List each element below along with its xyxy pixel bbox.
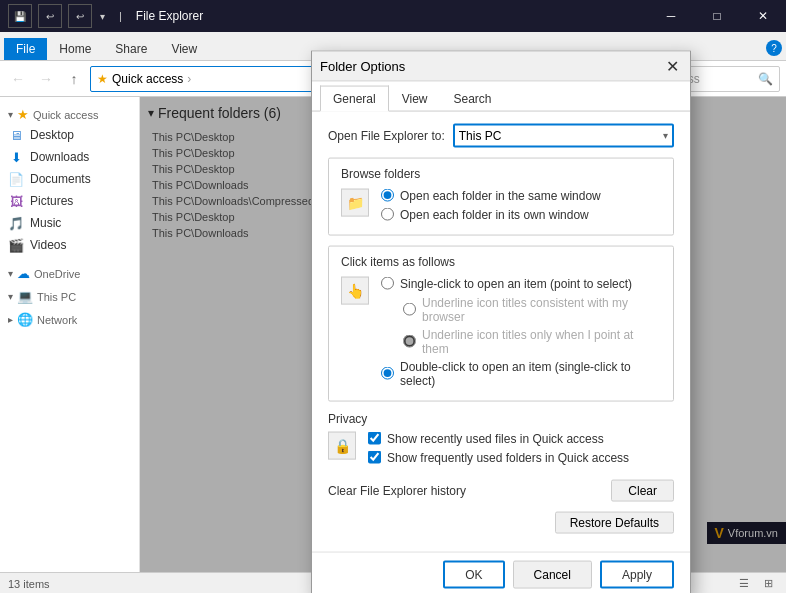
click-option-2-row: Double-click to open an item (single-cli…: [381, 359, 661, 387]
privacy-title: Privacy: [328, 411, 674, 425]
document-icon: 📄: [8, 172, 24, 187]
sidebar-section-thispc[interactable]: ▾ 💻 This PC: [0, 283, 139, 306]
sidebar-item-desktop[interactable]: 🖥 Desktop: [0, 124, 139, 146]
pc-icon: 💻: [17, 289, 33, 304]
click-sub-2-row: Underline icon titles only when I point …: [403, 327, 661, 355]
view-controls: ☰ ⊞: [734, 574, 778, 594]
sidebar: ▾ ★ Quick access 🖥 Desktop ⬇ Downloads 📄…: [0, 97, 140, 572]
browse-option-1-row: Open each folder in the same window: [381, 188, 601, 202]
browse-folders-title: Browse folders: [341, 166, 661, 180]
sidebar-item-videos[interactable]: 🎬 Videos: [0, 234, 139, 256]
sidebar-item-pictures[interactable]: 🖼 Pictures: [0, 190, 139, 212]
apply-button[interactable]: Apply: [600, 560, 674, 588]
click-sub-2-label: Underline icon titles only when I point …: [422, 327, 661, 355]
sidebar-desktop-label: Desktop: [30, 128, 74, 142]
privacy-icon: 🔒: [328, 431, 356, 459]
star-icon: ★: [17, 107, 29, 122]
open-explorer-value: This PC: [459, 128, 502, 142]
click-option-1-row: Single-click to open an item (point to s…: [381, 276, 661, 290]
open-explorer-select[interactable]: This PC ▾: [453, 123, 674, 147]
click-radio-1[interactable]: [381, 277, 394, 290]
chevron-onedrive-icon: ▾: [8, 268, 13, 279]
sidebar-downloads-label: Downloads: [30, 150, 89, 164]
sidebar-item-music[interactable]: 🎵 Music: [0, 212, 139, 234]
browse-radio-1[interactable]: [381, 189, 394, 202]
dialog-body: Open File Explorer to: This PC ▾ Browse …: [312, 111, 690, 551]
dialog-title-bar: Folder Options ✕: [312, 51, 690, 81]
chevron-icon: ▾: [8, 109, 13, 120]
privacy-checkbox-2[interactable]: [368, 451, 381, 464]
close-button[interactable]: ✕: [740, 0, 786, 32]
maximize-button[interactable]: □: [694, 0, 740, 32]
desktop-icon: 🖥: [10, 128, 23, 143]
privacy-checkbox-1-row: Show recently used files in Quick access: [368, 431, 629, 445]
click-sub-1-label: Underline icon titles consistent with my…: [422, 295, 661, 323]
sidebar-pictures-label: Pictures: [30, 194, 73, 208]
browse-icon: 📁: [341, 188, 369, 216]
ok-button[interactable]: OK: [443, 560, 504, 588]
redo-icon[interactable]: ↩: [68, 4, 92, 28]
underline-radio-1[interactable]: [403, 303, 416, 316]
click-option-1-label: Single-click to open an item (point to s…: [400, 276, 632, 290]
click-items-title: Click items as follows: [341, 254, 661, 268]
privacy-checkbox-1[interactable]: [368, 432, 381, 445]
underline-radio-2[interactable]: [403, 335, 416, 348]
item-count: 13 items: [8, 578, 50, 590]
dialog-tab-general[interactable]: General: [320, 85, 389, 111]
dropdown-arrow-icon: ▾: [663, 130, 668, 141]
address-path: Quick access: [112, 72, 183, 86]
dialog-tabs: General View Search: [312, 81, 690, 111]
dialog-tab-view[interactable]: View: [389, 85, 441, 111]
grid-view-button[interactable]: ⊞: [758, 574, 778, 594]
click-sub-1-row: Underline icon titles consistent with my…: [403, 295, 661, 323]
restore-row: Restore Defaults: [328, 511, 674, 533]
open-explorer-label: Open File Explorer to:: [328, 128, 445, 142]
dialog-close-button[interactable]: ✕: [662, 56, 682, 76]
title-bar: 💾 ↩ ↩ ▾ | File Explorer ─ □ ✕: [0, 0, 786, 32]
tab-home[interactable]: Home: [47, 38, 103, 60]
sidebar-section-network[interactable]: ▸ 🌐 Network: [0, 306, 139, 329]
sidebar-item-downloads[interactable]: ⬇ Downloads: [0, 146, 139, 168]
quick-save-icon[interactable]: 💾: [8, 4, 32, 28]
clear-button[interactable]: Clear: [611, 479, 674, 501]
sidebar-section-quick-access[interactable]: ▾ ★ Quick access: [0, 101, 139, 124]
dialog-footer: OK Cancel Apply: [312, 551, 690, 593]
list-view-button[interactable]: ☰: [734, 574, 754, 594]
video-icon: 🎬: [8, 238, 24, 253]
open-explorer-row: Open File Explorer to: This PC ▾: [328, 123, 674, 147]
folder-options-dialog: Folder Options ✕ General View Search Ope…: [311, 50, 691, 593]
help-button[interactable]: ?: [766, 40, 782, 56]
music-icon: 🎵: [8, 216, 24, 231]
clear-label: Clear File Explorer history: [328, 483, 603, 497]
up-button[interactable]: ↑: [62, 67, 86, 91]
privacy-checkbox-1-label: Show recently used files in Quick access: [387, 431, 604, 445]
undo-icon[interactable]: ↩: [38, 4, 62, 28]
browse-folders-section: Browse folders 📁 Open each folder in the…: [328, 157, 674, 235]
picture-icon: 🖼: [10, 194, 23, 209]
click-radio-2[interactable]: [381, 367, 394, 380]
back-button[interactable]: ←: [6, 67, 30, 91]
onedrive-icon: ☁: [17, 266, 30, 281]
sidebar-music-label: Music: [30, 216, 61, 230]
forward-button[interactable]: →: [34, 67, 58, 91]
download-icon: ⬇: [11, 150, 22, 165]
sidebar-item-documents[interactable]: 📄 Documents: [0, 168, 139, 190]
dialog-title: Folder Options: [320, 58, 405, 73]
browse-radio-2[interactable]: [381, 208, 394, 221]
privacy-checkbox-2-row: Show frequently used folders in Quick ac…: [368, 450, 629, 464]
minimize-button[interactable]: ─: [648, 0, 694, 32]
tab-view[interactable]: View: [159, 38, 209, 60]
sidebar-quick-access-label: Quick access: [33, 109, 98, 121]
network-icon: 🌐: [17, 312, 33, 327]
sidebar-onedrive-label: OneDrive: [34, 268, 80, 280]
tab-share[interactable]: Share: [103, 38, 159, 60]
sidebar-videos-label: Videos: [30, 238, 66, 252]
dialog-tab-search[interactable]: Search: [441, 85, 505, 111]
title-bar-title: File Explorer: [136, 9, 203, 23]
sidebar-section-onedrive[interactable]: ▾ ☁ OneDrive: [0, 260, 139, 283]
cancel-button[interactable]: Cancel: [513, 560, 592, 588]
restore-defaults-button[interactable]: Restore Defaults: [555, 511, 674, 533]
tab-file[interactable]: File: [4, 38, 47, 60]
click-option-2-label: Double-click to open an item (single-cli…: [400, 359, 661, 387]
privacy-checkbox-2-label: Show frequently used folders in Quick ac…: [387, 450, 629, 464]
